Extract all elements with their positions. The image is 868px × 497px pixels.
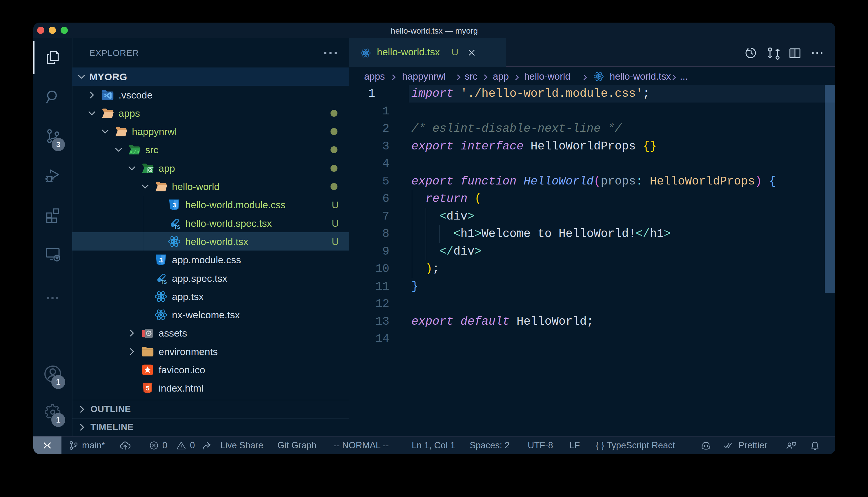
svg-text:5: 5: [146, 385, 149, 392]
svg-text:3: 3: [159, 257, 163, 264]
svg-text:3: 3: [173, 202, 176, 209]
svg-text:TS: TS: [174, 225, 180, 230]
svg-text:</>: </>: [130, 149, 140, 156]
svg-text:TS: TS: [161, 280, 167, 285]
